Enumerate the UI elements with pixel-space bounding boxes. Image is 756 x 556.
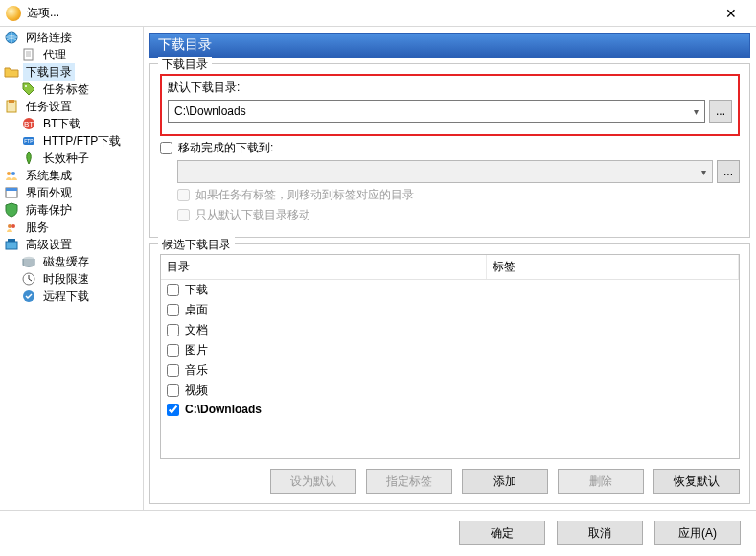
tree-item-5[interactable]: BTBT下载 <box>0 115 143 132</box>
move-done-input[interactable] <box>160 142 172 154</box>
globe-icon <box>4 30 19 45</box>
row-checkbox[interactable] <box>167 384 179 397</box>
tree-item-2[interactable]: 下载目录 <box>0 63 143 81</box>
tree-item-6[interactable]: FTPHTTP/FTP下载 <box>0 132 143 150</box>
bt-icon: BT <box>21 116 36 131</box>
tag-icon <box>21 81 36 97</box>
nav-tree[interactable]: 网络连接代理下载目录任务标签任务设置BTBT下载FTPHTTP/FTP下载长效种… <box>0 27 144 510</box>
tree-item-0[interactable]: 网络连接 <box>0 29 143 46</box>
move-by-tag-label: 如果任务有标签，则移动到标签对应的目录 <box>195 187 414 203</box>
window-title: 选项... <box>27 5 712 21</box>
tree-item-label: 网络连接 <box>23 29 75 47</box>
tree-item-label: 远程下载 <box>40 288 92 306</box>
svg-point-14 <box>11 224 15 228</box>
tree-item-11[interactable]: 服务 <box>0 219 143 236</box>
folder-open-icon <box>4 64 19 80</box>
tree-item-label: 系统集成 <box>23 167 75 185</box>
table-row[interactable]: C:\Downloads <box>161 401 739 418</box>
tree-item-15[interactable]: 远程下载 <box>0 288 143 305</box>
panel-title: 下载目录 <box>149 33 750 58</box>
candidate-dir-legend: 候选下载目录 <box>158 237 235 253</box>
tree-item-label: 任务设置 <box>23 98 75 116</box>
ok-button[interactable]: 确定 <box>459 521 545 545</box>
tree-item-label: 服务 <box>23 219 52 237</box>
tree-item-4[interactable]: 任务设置 <box>0 98 143 115</box>
row-checkbox[interactable] <box>167 284 179 296</box>
table-row[interactable]: 音乐 <box>161 360 739 381</box>
tree-item-13[interactable]: 磁盘缓存 <box>0 253 143 270</box>
tree-item-1[interactable]: 代理 <box>0 46 143 63</box>
row-checkbox[interactable] <box>167 304 179 316</box>
tree-item-label: 任务标签 <box>40 81 92 99</box>
move-by-tag-checkbox: 如果任务有标签，则移动到标签对应的目录 <box>177 187 740 203</box>
row-checkbox[interactable] <box>167 364 179 377</box>
chevron-down-icon: ▾ <box>701 167 706 177</box>
highlight-box: 默认下载目录: C:\Downloads ▾ ... <box>160 74 740 136</box>
row-checkbox[interactable] <box>167 344 179 357</box>
svg-point-2 <box>25 85 27 87</box>
move-done-label: 移动完成的下载到: <box>178 140 273 156</box>
apply-button[interactable]: 应用(A) <box>654 521 741 545</box>
svg-rect-1 <box>24 49 33 60</box>
default-dir-label: 默认下载目录: <box>168 80 732 96</box>
add-button[interactable]: 添加 <box>462 469 548 494</box>
tree-item-7[interactable]: 长效种子 <box>0 150 143 167</box>
browse-move-button[interactable]: ... <box>717 160 740 183</box>
tree-item-10[interactable]: 病毒保护 <box>0 201 143 219</box>
clock-icon <box>21 271 36 287</box>
svg-rect-15 <box>6 242 17 249</box>
adv-icon <box>4 237 19 252</box>
svg-text:BT: BT <box>24 120 34 128</box>
table-row[interactable]: 图片 <box>161 340 739 360</box>
restore-default-button[interactable]: 恢复默认 <box>653 469 740 494</box>
doc-icon <box>21 47 36 62</box>
row-checkbox[interactable] <box>167 404 179 416</box>
svg-rect-16 <box>8 239 15 242</box>
set-tag-button: 指定标签 <box>366 469 452 494</box>
browse-default-button[interactable]: ... <box>709 100 732 123</box>
table-header: 目录 标签 <box>161 255 739 280</box>
row-label: 下载 <box>185 282 208 298</box>
app-icon <box>6 6 21 21</box>
set-default-button: 设为默认 <box>270 469 356 494</box>
tree-item-12[interactable]: 高级设置 <box>0 236 143 253</box>
move-from-default-checkbox: 只从默认下载目录移动 <box>177 207 740 223</box>
row-checkbox[interactable] <box>167 324 179 336</box>
tree-item-label: 界面外观 <box>23 184 75 202</box>
download-directory-group: 下载目录 默认下载目录: C:\Downloads ▾ ... 移动完成的下载到… <box>149 63 750 238</box>
move-done-checkbox[interactable]: 移动完成的下载到: <box>160 140 740 156</box>
window-icon <box>4 185 19 200</box>
tree-item-label: 病毒保护 <box>23 201 75 220</box>
col-tag: 标签 <box>487 255 739 279</box>
svg-point-13 <box>8 224 11 228</box>
cancel-button[interactable]: 取消 <box>557 521 643 545</box>
table-row[interactable]: 视频 <box>161 381 739 401</box>
dialog-footer: 确定 取消 应用(A) <box>0 510 756 555</box>
table-row[interactable]: 桌面 <box>161 300 739 320</box>
http-icon: FTP <box>21 133 36 149</box>
tree-item-9[interactable]: 界面外观 <box>0 184 143 201</box>
table-row[interactable]: 文档 <box>161 320 739 340</box>
tree-item-label: 长效种子 <box>40 150 92 168</box>
move-done-combo: ▾ <box>177 160 713 183</box>
default-dir-value: C:\Downloads <box>174 104 246 118</box>
tree-item-label: HTTP/FTP下载 <box>40 132 124 151</box>
tree-item-label: 磁盘缓存 <box>40 253 92 271</box>
move-from-default-label: 只从默认下载目录移动 <box>195 207 310 223</box>
default-dir-combo[interactable]: C:\Downloads ▾ <box>168 100 705 123</box>
table-row[interactable]: 下载 <box>161 280 739 300</box>
candidate-table[interactable]: 目录 标签 下载桌面文档图片音乐视频C:\Downloads <box>160 254 740 459</box>
tree-item-8[interactable]: 系统集成 <box>0 167 143 184</box>
disk-icon <box>21 254 36 269</box>
tree-item-label: 下载目录 <box>23 63 75 81</box>
svg-point-10 <box>11 172 15 175</box>
svg-rect-12 <box>6 188 17 191</box>
clipboard-icon <box>4 99 19 114</box>
service-icon <box>4 220 19 235</box>
tree-item-label: 高级设置 <box>23 236 75 254</box>
svg-text:FTP: FTP <box>24 138 34 144</box>
tree-item-3[interactable]: 任务标签 <box>0 81 143 98</box>
close-button[interactable]: ✕ <box>712 0 750 26</box>
move-from-default-input <box>177 209 190 221</box>
tree-item-14[interactable]: 时段限速 <box>0 270 143 288</box>
